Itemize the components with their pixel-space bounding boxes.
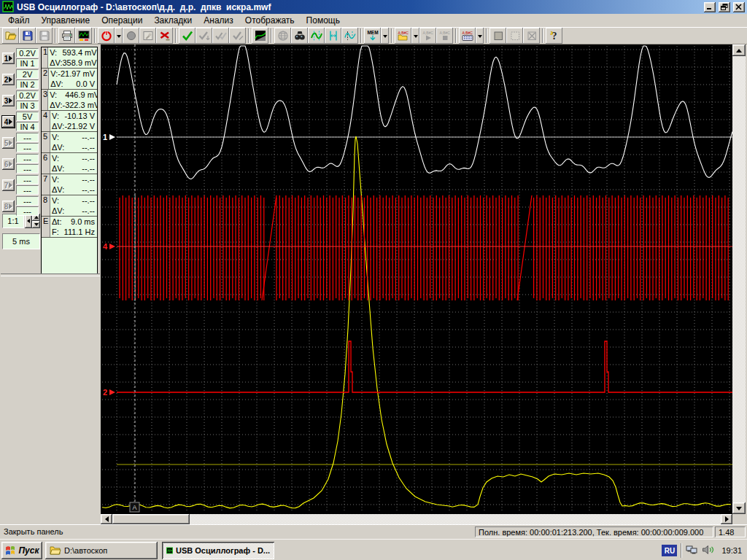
channel-range-field-4[interactable]: 5V (16, 112, 39, 121)
scroll-up-button[interactable] (732, 44, 746, 56)
record-button (123, 28, 139, 44)
channel-range-field-7[interactable]: --- (16, 175, 39, 184)
screen: USB Осциллограф - D:\автоскоп\д.д. д.р. … (0, 0, 747, 560)
channel-range-field-3[interactable]: 0.2V (16, 90, 39, 100)
measure-stop-icon (232, 30, 244, 42)
channel-select-button-1[interactable]: 1 (2, 52, 15, 64)
measurement-row-5: 5V:--.--ΔV:--.-- (42, 132, 97, 153)
channel-input-field-5[interactable]: --- (16, 143, 39, 152)
channel-range-field-2[interactable]: 2V (16, 69, 39, 79)
scroll-down-button[interactable] (732, 502, 746, 514)
export-oscillogram-button[interactable] (75, 28, 92, 44)
restore-button[interactable] (719, 2, 730, 12)
zoom-left-button[interactable] (25, 214, 32, 228)
horizontal-scrollbar-thumb[interactable] (112, 514, 190, 524)
channel-range-field-5[interactable]: --- (16, 133, 39, 142)
abc-open-dropdown[interactable] (411, 28, 419, 44)
channel-select-button-4[interactable]: 4 (2, 116, 15, 128)
channel-input-field-6[interactable]: --- (16, 164, 39, 174)
open-file-button[interactable] (2, 28, 19, 44)
language-indicator[interactable]: RU (662, 545, 677, 556)
zoom-spinner (32, 214, 40, 228)
scroll-right-button[interactable] (721, 514, 732, 524)
toolbar-separator (486, 28, 487, 43)
status-hint: Закрыть панель (4, 527, 63, 536)
measurement-value: -322.3 mV (62, 101, 98, 109)
block-solid-button[interactable] (489, 28, 506, 44)
title-bar: USB Осциллограф - D:\автоскоп\д.д. д.р. … (0, 0, 747, 14)
measurement-label: V: (50, 90, 57, 99)
measure-once-button[interactable] (179, 28, 196, 44)
channel-range-field-6[interactable]: --- (16, 154, 39, 163)
measurement-channel-number: 6 (42, 153, 50, 174)
menu-item-1[interactable]: Файл (2, 15, 36, 26)
measurement-channel-number: 5 (42, 132, 50, 152)
help-button[interactable]: ? (546, 28, 562, 44)
power-stop-dropdown[interactable] (115, 28, 123, 44)
channel-input-field-8[interactable]: --- (16, 206, 39, 216)
search-button[interactable] (291, 28, 308, 44)
zoom-ratio-field[interactable]: 1:1 (2, 214, 24, 228)
timebase-field[interactable]: 5 ms (2, 233, 40, 249)
task-label: USB Осциллограф - D... (176, 546, 270, 555)
measurement-value: 111.1 Hz (64, 228, 95, 236)
channel-range-field-8[interactable]: --- (16, 196, 39, 206)
abort-icon (159, 30, 171, 42)
abc-open-button[interactable]: A;B#C (395, 28, 411, 44)
channel-select-button-3[interactable]: 3 (2, 95, 15, 106)
vertical-scrollbar[interactable] (732, 44, 746, 514)
channel-input-field-3[interactable]: IN 3 (16, 101, 39, 110)
block-x-button (523, 28, 540, 44)
save-button[interactable] (19, 28, 36, 44)
print-button[interactable] (58, 28, 75, 44)
measurement-row-6: 6V:--.--ΔV:--.-- (42, 153, 97, 174)
scroll-left-button[interactable] (101, 514, 112, 524)
display-settings-button[interactable] (252, 28, 268, 44)
svg-text:1: 1 (103, 133, 107, 141)
menu-item-5[interactable]: Анализ (198, 15, 239, 26)
folder-icon (50, 545, 61, 556)
abc-edit-button[interactable]: A;B#C (459, 28, 476, 44)
volume-icon[interactable] (702, 545, 715, 556)
measurement-label: V: (52, 133, 59, 141)
start-button[interactable]: Пуск (1, 542, 42, 559)
task-button-1[interactable]: D:\автоскоп (45, 542, 158, 559)
channel-input-field-4[interactable]: IN 4 (16, 122, 39, 131)
menu-item-2[interactable]: Управление (36, 15, 96, 26)
cursors-button[interactable] (325, 28, 341, 44)
power-stop-button[interactable] (98, 28, 115, 44)
minimize-button[interactable] (704, 2, 716, 12)
channel-select-button-2[interactable]: 2 (2, 74, 15, 85)
close-button[interactable] (733, 2, 745, 12)
memory-button[interactable]: MEM (364, 28, 381, 44)
measurement-value: -10.13 V (64, 112, 95, 120)
task-button-2[interactable]: USB Осциллограф - D... (162, 542, 274, 559)
menu-item-3[interactable]: Операции (96, 15, 148, 26)
abc-edit-dropdown[interactable] (476, 28, 484, 44)
abc-play-button: A;B#C (419, 28, 436, 44)
abc-edit-icon: A;B#C (462, 30, 473, 42)
menu-item-6[interactable]: Отображать (239, 15, 301, 26)
horizontal-scrollbar[interactable] (101, 514, 732, 524)
toolbar-separator (94, 28, 96, 43)
measurement-value: --.-- (82, 206, 95, 215)
horizontal-scrollbar-track[interactable] (190, 514, 721, 524)
network-icon[interactable] (686, 545, 698, 556)
cursor-label[interactable]: A (130, 502, 139, 512)
scrollbar-corner (732, 514, 746, 524)
abort-button[interactable] (156, 28, 173, 44)
channel-input-field-7[interactable]: --- (16, 185, 39, 195)
oscilloscope-display[interactable]: 142A (101, 44, 732, 514)
channel-input-field-1[interactable]: IN 1 (16, 58, 39, 68)
vertical-scrollbar-track[interactable] (732, 56, 746, 502)
zoom-spinner-down[interactable] (32, 221, 40, 228)
menu-item-4[interactable]: Закладки (148, 15, 198, 26)
memory-dropdown[interactable] (381, 28, 389, 44)
menu-item-7[interactable]: Помощь (301, 15, 346, 26)
svg-text:4: 4 (103, 242, 108, 251)
channel-range-field-1[interactable]: 0.2V (16, 48, 39, 58)
channel-input-field-2[interactable]: IN 2 (16, 79, 39, 89)
measure-next-icon (198, 30, 210, 42)
auto-measure-button[interactable] (308, 28, 325, 44)
cursor-wave-button[interactable] (341, 28, 358, 44)
